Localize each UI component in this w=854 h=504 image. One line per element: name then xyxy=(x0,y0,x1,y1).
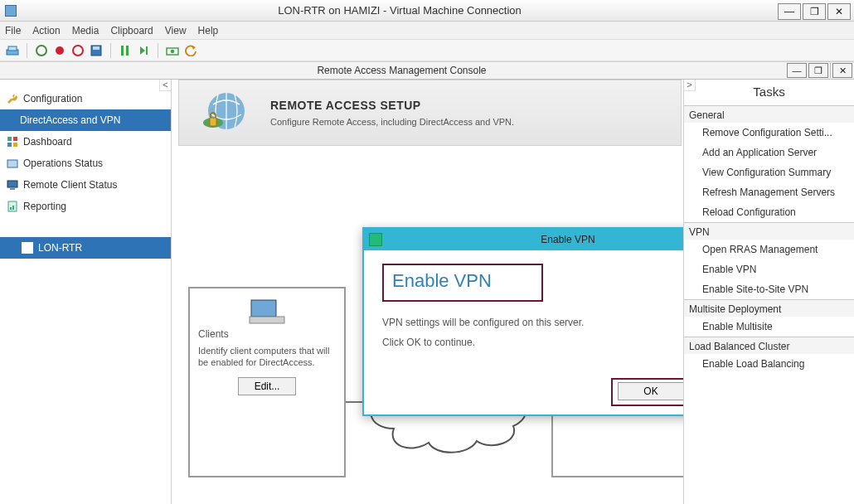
nav-label: Remote Client Status xyxy=(23,179,117,191)
tasks-section-vpn: VPN xyxy=(684,222,854,240)
operations-icon xyxy=(7,158,18,169)
vm-toolbar xyxy=(0,40,854,61)
nav-reporting[interactable]: Reporting xyxy=(0,196,171,217)
server-icon xyxy=(22,242,33,254)
dialog-ok-highlight: OK xyxy=(611,378,683,406)
nav-label: Operations Status xyxy=(23,158,103,169)
vm-minimize-button[interactable]: — xyxy=(778,3,801,20)
ctrl-alt-del-icon[interactable] xyxy=(5,43,20,58)
banner-subtitle: Configure Remote Access, including Direc… xyxy=(270,117,514,127)
dialog-ok-button[interactable]: OK xyxy=(618,382,683,400)
task-enable-vpn[interactable]: Enable VPN xyxy=(684,259,854,279)
start-icon[interactable] xyxy=(34,43,49,58)
dialog-heading: Enable VPN xyxy=(392,270,492,291)
monitor-icon xyxy=(7,179,18,191)
turnoff-icon[interactable] xyxy=(52,43,67,58)
menu-file[interactable]: File xyxy=(5,25,21,36)
nav-operations-status[interactable]: Operations Status xyxy=(0,153,171,174)
svg-rect-24 xyxy=(251,300,276,317)
console-minimize-button[interactable]: — xyxy=(787,63,807,78)
svg-rect-1 xyxy=(8,46,17,51)
console-titlebar: Remote Access Management Console — ❐ ✕ xyxy=(0,61,854,80)
menu-help[interactable]: Help xyxy=(198,25,219,36)
revert-icon[interactable] xyxy=(183,43,198,58)
dashboard-icon xyxy=(7,136,18,148)
banner-title: REMOTE ACCESS SETUP xyxy=(270,99,514,112)
svg-marker-6 xyxy=(140,46,145,55)
svg-rect-5 xyxy=(126,46,129,56)
dialog-title: Enable VPN xyxy=(387,234,683,245)
svg-rect-25 xyxy=(250,317,284,323)
vm-close-button[interactable]: ✕ xyxy=(827,3,851,20)
center-canvas: REMOTE ACCESS SETUP Configure Remote Acc… xyxy=(172,80,683,504)
svg-rect-3 xyxy=(93,46,99,50)
tasks-section-lb: Load Balanced Cluster xyxy=(684,337,854,354)
svg-rect-20 xyxy=(12,206,14,210)
nav-label: LON-RTR xyxy=(38,242,82,254)
expand-right-icon[interactable]: > xyxy=(684,80,696,91)
menu-action[interactable]: Action xyxy=(32,25,60,36)
console-window-buttons: — ❐ ✕ xyxy=(787,63,852,78)
reset-icon[interactable] xyxy=(136,43,151,58)
task-enable-lb[interactable]: Enable Load Balancing xyxy=(684,354,854,374)
task-enable-s2s-vpn[interactable]: Enable Site-to-Site VPN xyxy=(684,279,854,299)
svg-rect-11 xyxy=(7,137,12,141)
dialog-heading-highlight: Enable VPN xyxy=(382,264,543,302)
step1-desc: Identify client computers that will be e… xyxy=(198,345,336,369)
svg-rect-19 xyxy=(10,207,12,210)
svg-rect-7 xyxy=(146,46,148,55)
tasks-pane: > Tasks General Remove Configuration Set… xyxy=(683,80,854,504)
vm-title: LON-RTR on HAMIZI - Virtual Machine Conn… xyxy=(22,4,778,17)
menu-clipboard[interactable]: Clipboard xyxy=(110,25,153,36)
left-nav-pane: < Configuration DirectAccess and VPN Das… xyxy=(0,80,172,504)
task-refresh-mgmt[interactable]: Refresh Management Servers xyxy=(684,182,854,202)
globe-lock-icon xyxy=(179,80,270,146)
svg-rect-23 xyxy=(210,118,216,126)
svg-rect-17 xyxy=(10,188,15,190)
client-computer-icon xyxy=(248,297,286,327)
step1-subtitle: Clients xyxy=(198,328,336,340)
svg-point-9 xyxy=(171,49,175,53)
svg-rect-15 xyxy=(7,160,17,167)
nav-label: DirectAccess and VPN xyxy=(20,114,120,126)
step1-edit-button[interactable]: Edit... xyxy=(238,377,296,395)
nav-dashboard[interactable]: Dashboard xyxy=(0,131,171,153)
nav-label: Configuration xyxy=(23,93,82,104)
nav-label: Reporting xyxy=(23,201,66,212)
collapse-left-icon[interactable]: < xyxy=(159,80,171,91)
vm-maximize-button[interactable]: ❐ xyxy=(803,3,826,20)
console-close-button[interactable]: ✕ xyxy=(832,63,852,78)
task-open-rras[interactable]: Open RRAS Management xyxy=(684,240,854,259)
nav-server-lon-rtr[interactable]: LON-RTR xyxy=(0,237,171,259)
shutdown-icon[interactable] xyxy=(70,43,85,58)
vm-menubar: File Action Media Clipboard View Help xyxy=(0,22,854,40)
task-reload-config[interactable]: Reload Configuration xyxy=(684,202,854,222)
dialog-line2: Click OK to continue. xyxy=(382,337,683,348)
task-view-summary[interactable]: View Configuration Summary xyxy=(684,162,854,182)
menu-view[interactable]: View xyxy=(165,25,187,36)
wrench-icon xyxy=(7,93,18,104)
svg-rect-4 xyxy=(121,46,124,56)
save-icon[interactable] xyxy=(89,43,104,58)
task-add-app-server[interactable]: Add an Application Server xyxy=(684,143,854,162)
tasks-heading: Tasks xyxy=(684,80,854,105)
console-maximize-button[interactable]: ❐ xyxy=(808,63,828,78)
nav-label: Dashboard xyxy=(23,136,72,148)
task-enable-multisite[interactable]: Enable Multisite xyxy=(684,317,854,337)
task-remove-config[interactable]: Remove Configuration Setti... xyxy=(684,123,854,143)
enable-vpn-dialog: Enable VPN ✕ Enable VPN VPN settings wil… xyxy=(362,227,683,416)
nav-directaccess-vpn[interactable]: DirectAccess and VPN xyxy=(0,109,171,131)
menu-media[interactable]: Media xyxy=(72,25,99,36)
console-title: Remote Access Management Console xyxy=(17,65,787,76)
snapshot-icon[interactable] xyxy=(165,43,180,58)
svg-rect-12 xyxy=(13,137,17,141)
nav-remote-client-status[interactable]: Remote Client Status xyxy=(0,174,171,196)
vm-app-icon xyxy=(5,5,17,17)
dialog-line1: VPN settings will be configured on this … xyxy=(382,317,683,328)
svg-rect-13 xyxy=(7,143,12,147)
nav-configuration[interactable]: Configuration xyxy=(0,88,171,109)
dialog-titlebar[interactable]: Enable VPN ✕ xyxy=(364,229,683,250)
pause-icon[interactable] xyxy=(118,43,133,58)
tasks-section-general: General xyxy=(684,105,854,123)
svg-rect-14 xyxy=(13,143,17,147)
